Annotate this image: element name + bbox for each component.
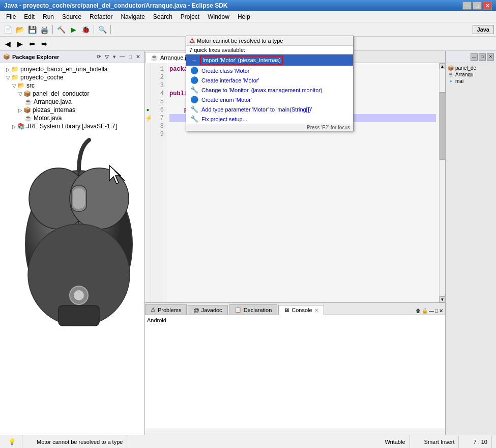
maximize-bottom-btn[interactable]: □ [435,308,438,314]
menu-run[interactable]: Run [39,12,58,21]
problems-icon: ⚠ [151,306,156,313]
linenum-9: 9 [151,130,164,138]
right-item-icon3: 🔹 [448,78,454,84]
fix-setup-link[interactable]: Fix project setup... [201,116,247,122]
tab-console[interactable]: 🖥 Console ✕ [278,305,324,315]
create-interface-link[interactable]: Create interface 'Motor' [201,77,259,83]
scroll-up-btn[interactable]: ▲ [440,63,445,69]
close-bottom-btn[interactable]: ✕ [439,308,443,314]
close-panel-button[interactable]: ✕ [134,53,141,60]
rp-close-btn[interactable]: ✕ [487,53,494,61]
tab-javadoc[interactable]: @ Javadoc [188,305,227,315]
tab-close-console[interactable]: ✕ [314,307,318,313]
right-item-arranque[interactable]: ☕ Arranqu [448,72,494,77]
position-text: 7 : 10 [473,439,487,445]
open-button[interactable]: 📂 [14,24,25,35]
build-button[interactable]: 🔨 [55,24,67,35]
panel-menu-button[interactable]: ▾ [111,53,117,60]
debug-button[interactable]: 🐞 [80,24,91,35]
quickfix-item-4[interactable]: 🔵 Create enum 'Motor' [186,95,353,104]
linenum-4: 4 [151,90,164,98]
rp-minimize-btn[interactable]: — [471,53,478,61]
package-explorer-panel: 📦 Package Explorer ⟳ ▽ ▾ — □ ✕ ▷ 📁 proye… [0,51,145,435]
menu-search[interactable]: Search [149,12,177,21]
menu-window[interactable]: Window [203,12,234,21]
close-button[interactable]: ✕ [483,2,492,10]
tree-item-jre[interactable]: ▷ 📚 JRE System Library [JavaSE-1.7] [0,122,144,130]
tree-item-arranque[interactable]: ☕ Arranque.java [0,98,144,106]
create-class-link[interactable]: Create class 'Motor' [201,68,251,74]
maximize-button[interactable]: □ [473,2,482,10]
status-error-icon: 💡 [8,438,16,445]
vertical-scrollbar[interactable]: ▲ ▼ [439,63,445,302]
linenum-3: 3 [151,81,164,90]
horizontal-scroll-track[interactable] [145,429,445,435]
tree-item-proyecto-barco[interactable]: ▷ 📁 proyecto_barco_en_una_botella [0,65,144,73]
next-edit-button[interactable]: ➡ [39,38,50,49]
minimize-button[interactable]: – [462,2,472,10]
collapse-button[interactable]: ▽ [103,53,110,60]
print-button[interactable]: 🖨️ [39,24,50,35]
sync-button[interactable]: ⟳ [95,53,102,60]
search-button[interactable]: 🔍 [97,24,108,35]
menu-refactor[interactable]: Refactor [85,12,116,21]
quickfix-item-6[interactable]: 🔧 Fix project setup... [186,114,353,124]
right-item-panel[interactable]: 📦 panel_de [448,65,494,71]
save-button[interactable]: 💾 [26,24,38,35]
tree-item-proyecto-coche[interactable]: ▽ 📁 proyecto_coche [0,73,144,81]
scroll-thumb[interactable] [440,92,445,160]
new-button[interactable]: 📄 [2,24,13,35]
change-monitor-link[interactable]: Change to 'Monitor' (javax.management.mo… [201,87,323,93]
status-error-msg: Motor cannot be resolved to a type [33,435,127,448]
bottom-scrollbar[interactable] [145,429,445,435]
title-bar: Java - proyecto_coche/src/panel_del_cond… [0,0,496,11]
add-type-link[interactable]: Add type parameter 'Motor' to 'main(Stri… [201,106,312,113]
expand-icon: ▽ [6,75,10,80]
scroll-down-btn[interactable]: ▼ [440,296,445,302]
create-enum-link[interactable]: Create enum 'Motor' [201,97,252,103]
status-insert: Smart Insert [420,435,459,448]
tree-item-src[interactable]: ▽ 📂 src [0,81,144,90]
editor-area: ☕ Arranque.java ✕ ☕ Motor.java — □ ✕ [145,51,445,435]
status-bar: 💡 Motor cannot be resolved to a type Wri… [0,435,496,448]
bp-line2 [145,73,151,81]
folder-icon: 📁 [11,66,19,73]
tab-problems[interactable]: ⚠ Problems [145,304,187,315]
tab-declaration[interactable]: 📋 Declaration [229,304,278,315]
quickfix-item-2[interactable]: 🔵 Create interface 'Motor' [186,75,353,85]
menu-project[interactable]: Project [177,12,203,21]
java-perspective[interactable]: Java [473,25,494,34]
scroll-lock-btn[interactable]: 🔒 [422,308,428,314]
bottom-tabs: ⚠ Problems @ Javadoc 📋 Declaration 🖥 Con… [145,303,445,315]
quickfix-item-0[interactable]: → Import 'Motor' (piezas_internas) [186,54,353,66]
toolbar-sep-3 [110,25,111,34]
menu-source[interactable]: Source [58,12,85,21]
clear-console-btn[interactable]: 🗑 [416,308,421,314]
menu-navigate[interactable]: Navigate [116,12,149,21]
tree-label-piezas: piezas_internas [33,106,75,114]
linenum-2: 2 [151,73,164,81]
menu-help[interactable]: Help [234,12,254,21]
jre-icon: 📚 [17,123,25,130]
minimize-panel-button[interactable]: — [118,53,126,60]
forward-button[interactable]: ▶ [14,38,25,49]
tree-item-panel[interactable]: ▽ 📦 panel_del_conductor [0,90,144,98]
console-content: Android [145,315,445,429]
back-button[interactable]: ◀ [2,38,13,49]
tree-item-motor[interactable]: ☕ Motor.java [0,114,144,122]
quickfix-item-5[interactable]: 🔧 Add type parameter 'Motor' to 'main(St… [186,104,353,114]
menu-file[interactable]: File [2,12,20,21]
menu-edit[interactable]: Edit [20,12,39,21]
rp-maximize-btn[interactable]: □ [479,53,486,61]
quickfix-item-3[interactable]: 🔧 Change to 'Monitor' (javax.management.… [186,85,353,95]
window-title: Java - proyecto_coche/src/panel_del_cond… [4,2,228,9]
bp-line9 [145,130,151,138]
tree-item-piezas[interactable]: ▷ 📦 piezas_internas [0,106,144,114]
linenum-5: 5 [151,98,164,106]
run-button[interactable]: ▶ [68,24,79,35]
prev-edit-button[interactable]: ⬅ [26,38,38,49]
right-item-main[interactable]: 🔹 mai [448,78,494,84]
minimize-bottom-btn[interactable]: — [429,308,434,314]
quickfix-item-1[interactable]: 🔵 Create class 'Motor' [186,66,353,75]
maximize-panel-button[interactable]: □ [127,53,133,60]
